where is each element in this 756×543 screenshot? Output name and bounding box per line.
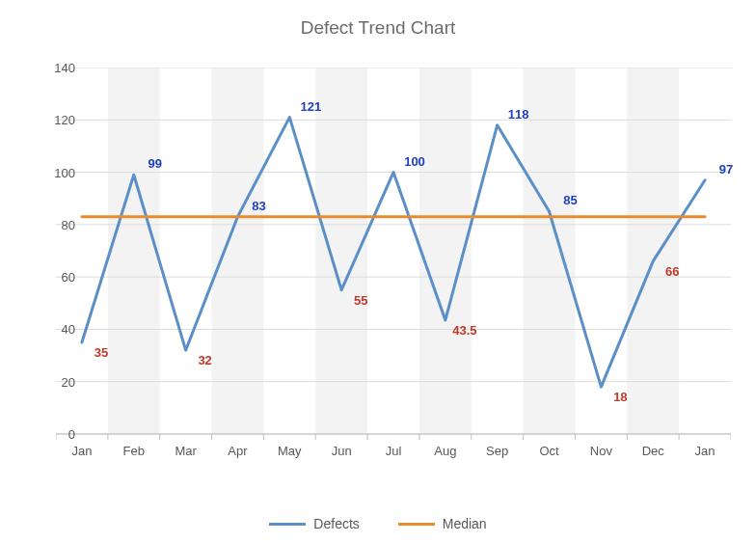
x-tick-label: Jan bbox=[71, 444, 92, 458]
legend-swatch-defects bbox=[269, 523, 306, 526]
legend-item-defects: Defects bbox=[269, 516, 359, 531]
chart-container: Defect Trend Chart 020406080100120140 Ja… bbox=[0, 0, 756, 543]
x-tick-label: Apr bbox=[228, 444, 247, 458]
data-label: 43.5 bbox=[452, 322, 476, 337]
data-label: 118 bbox=[508, 106, 529, 121]
legend-label-defects: Defects bbox=[313, 516, 359, 531]
legend: Defects Median bbox=[0, 513, 756, 532]
data-label: 55 bbox=[354, 292, 367, 307]
chart-title: Defect Trend Chart bbox=[0, 17, 756, 39]
x-tick-label: Jan bbox=[695, 444, 716, 458]
x-tick-label: Nov bbox=[590, 444, 612, 458]
data-label: 35 bbox=[94, 345, 108, 360]
y-tick-label: 140 bbox=[46, 61, 75, 75]
legend-swatch-median bbox=[398, 523, 435, 526]
x-tick-label: Jul bbox=[386, 444, 402, 458]
data-label: 83 bbox=[252, 198, 265, 212]
x-tick-label: Oct bbox=[539, 444, 558, 458]
data-label: 32 bbox=[198, 353, 211, 367]
x-tick-label: Feb bbox=[123, 444, 145, 458]
data-label: 18 bbox=[613, 390, 627, 404]
svg-rect-1 bbox=[212, 68, 264, 434]
y-tick-label: 0 bbox=[46, 427, 75, 442]
legend-item-median: Median bbox=[398, 516, 487, 531]
data-label: 97 bbox=[719, 161, 733, 176]
y-tick-label: 80 bbox=[46, 217, 75, 231]
y-tick-label: 40 bbox=[46, 322, 75, 337]
data-label: 85 bbox=[563, 193, 577, 207]
data-label: 121 bbox=[300, 98, 321, 113]
chart-svg bbox=[56, 68, 731, 463]
data-label: 99 bbox=[148, 156, 162, 171]
x-tick-label: May bbox=[278, 444, 302, 458]
svg-rect-4 bbox=[524, 68, 576, 434]
y-tick-label: 20 bbox=[46, 374, 75, 389]
data-label: 66 bbox=[665, 263, 679, 278]
x-tick-label: Sep bbox=[486, 444, 508, 458]
y-tick-label: 100 bbox=[46, 165, 75, 179]
plot-area bbox=[56, 68, 731, 463]
x-tick-label: Aug bbox=[434, 444, 456, 458]
svg-rect-0 bbox=[108, 68, 160, 434]
x-tick-label: Mar bbox=[175, 444, 196, 458]
x-tick-label: Jun bbox=[332, 444, 352, 458]
svg-rect-5 bbox=[627, 68, 679, 434]
y-tick-label: 60 bbox=[46, 270, 75, 285]
data-label: 100 bbox=[404, 153, 425, 168]
x-tick-label: Dec bbox=[642, 444, 664, 458]
legend-label-median: Median bbox=[443, 516, 487, 531]
y-tick-label: 120 bbox=[46, 113, 75, 127]
